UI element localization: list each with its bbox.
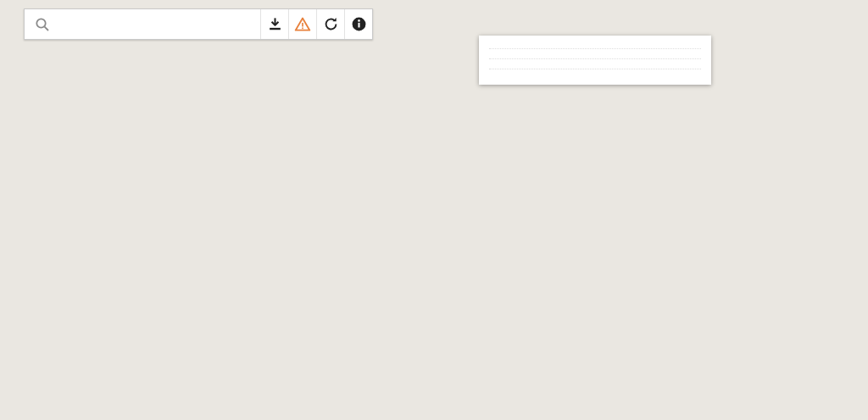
popup-row-address: [489, 48, 701, 58]
popup-row-number: [489, 39, 701, 48]
info-icon: [351, 16, 367, 32]
search-icon: [25, 9, 60, 39]
warning-icon: [294, 16, 311, 33]
map-toolbar: [260, 9, 372, 39]
popup-row-category: [489, 58, 701, 69]
download-button[interactable]: [260, 9, 288, 39]
search-input[interactable]: [60, 9, 260, 39]
popup-close-button[interactable]: [698, 36, 709, 38]
map-viewport[interactable]: [0, 0, 868, 420]
info-button[interactable]: [344, 9, 372, 39]
download-icon: [267, 16, 283, 32]
map-canvas[interactable]: [0, 0, 868, 420]
search-bar: [24, 8, 373, 40]
refresh-icon: [323, 16, 339, 32]
report-error-button[interactable]: [288, 9, 316, 39]
parcel-info-popup: [479, 36, 711, 85]
refresh-button[interactable]: [316, 9, 344, 39]
popup-row-ownership: [489, 69, 701, 79]
